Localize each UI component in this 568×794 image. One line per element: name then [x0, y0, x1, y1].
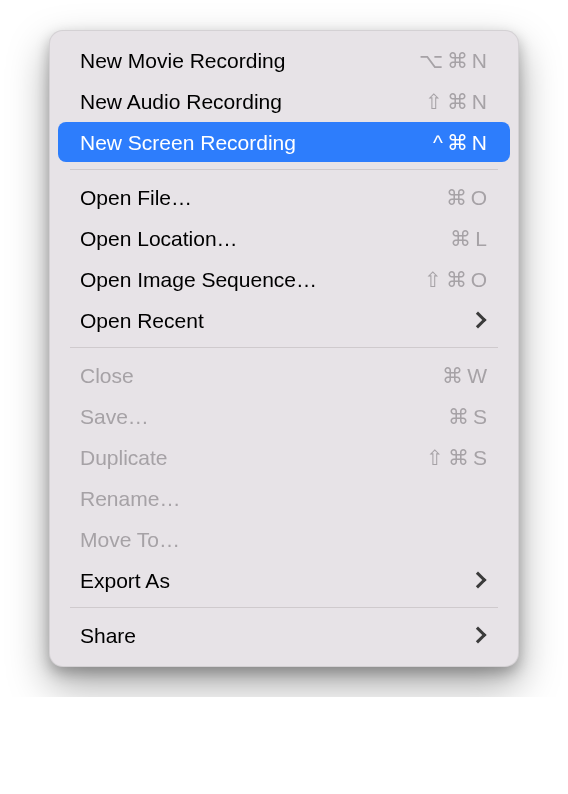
menu-item-new-movie[interactable]: New Movie Recording⌥⌘N	[58, 40, 510, 80]
shortcut-glyph: N	[472, 132, 488, 153]
menu-shortcut: ⌘O	[446, 187, 488, 208]
shortcut-glyph: O	[471, 187, 488, 208]
shortcut-glyph: ⇧	[424, 269, 443, 290]
shortcut-glyph: S	[473, 406, 488, 427]
menu-item-duplicate: Duplicate⇧⌘S	[58, 437, 510, 477]
shortcut-glyph: ⌘	[447, 91, 469, 112]
menu-item-open-imgseq[interactable]: Open Image Sequence…⇧⌘O	[58, 259, 510, 299]
menu-item-new-screen[interactable]: New Screen Recording^⌘N	[58, 122, 510, 162]
shortcut-glyph: ⌘	[442, 365, 464, 386]
menu-item-label: Save…	[80, 406, 149, 427]
shortcut-glyph: ⌘	[447, 132, 469, 153]
menu-item-label: Close	[80, 365, 134, 386]
shortcut-glyph: ⌘	[448, 406, 470, 427]
menu-item-export-as[interactable]: Export As	[58, 560, 510, 600]
menu-separator	[70, 347, 498, 348]
menu-item-close: Close⌘W	[58, 355, 510, 395]
chevron-right-icon	[470, 312, 487, 329]
menu-item-label: Rename…	[80, 488, 180, 509]
menu-shortcut: ⇧⌘N	[425, 91, 488, 112]
menu-item-save: Save…⌘S	[58, 396, 510, 436]
menu-item-rename: Rename…	[58, 478, 510, 518]
shortcut-glyph: ⌘	[446, 269, 468, 290]
shortcut-glyph: ⇧	[426, 447, 445, 468]
menu-shortcut: ⌥⌘N	[419, 50, 488, 71]
shortcut-glyph: ⌘	[448, 447, 470, 468]
chevron-right-icon	[470, 627, 487, 644]
chevron-right-icon	[470, 572, 487, 589]
menu-item-new-audio[interactable]: New Audio Recording⇧⌘N	[58, 81, 510, 121]
shortcut-glyph: ⌘	[446, 187, 468, 208]
menu-shortcut: ⌘W	[442, 365, 488, 386]
menu-item-label: Open Recent	[80, 310, 204, 331]
shortcut-glyph: ⌘	[447, 50, 469, 71]
file-menu[interactable]: New Movie Recording⌥⌘NNew Audio Recordin…	[49, 30, 519, 667]
shortcut-glyph: ⇧	[425, 91, 444, 112]
menu-item-label: Open File…	[80, 187, 192, 208]
shortcut-glyph: W	[467, 365, 488, 386]
shortcut-glyph: ⌥	[419, 50, 444, 71]
shortcut-glyph: O	[471, 269, 488, 290]
shortcut-glyph: N	[472, 50, 488, 71]
menu-item-open-loc[interactable]: Open Location…⌘L	[58, 218, 510, 258]
shortcut-glyph: ^	[433, 132, 444, 153]
menu-item-label: Open Location…	[80, 228, 238, 249]
menu-separator	[70, 607, 498, 608]
menu-shortcut: ⇧⌘S	[426, 447, 488, 468]
shortcut-glyph: ⌘	[450, 228, 472, 249]
menu-separator	[70, 169, 498, 170]
menu-item-open-file[interactable]: Open File…⌘O	[58, 177, 510, 217]
menu-item-label: Share	[80, 625, 136, 646]
menu-shortcut: ⌘S	[448, 406, 488, 427]
menu-item-label: New Audio Recording	[80, 91, 282, 112]
menu-item-label: Export As	[80, 570, 170, 591]
menu-shortcut: ⌘L	[450, 228, 488, 249]
menu-item-label: Open Image Sequence…	[80, 269, 317, 290]
menu-item-label: New Movie Recording	[80, 50, 285, 71]
shortcut-glyph: N	[472, 91, 488, 112]
menu-item-label: Duplicate	[80, 447, 168, 468]
menu-item-move-to: Move To…	[58, 519, 510, 559]
shortcut-glyph: L	[475, 228, 488, 249]
menu-item-label: New Screen Recording	[80, 132, 296, 153]
menu-item-open-recent[interactable]: Open Recent	[58, 300, 510, 340]
menu-shortcut: ⇧⌘O	[424, 269, 488, 290]
menu-item-share[interactable]: Share	[58, 615, 510, 655]
shortcut-glyph: S	[473, 447, 488, 468]
menu-item-label: Move To…	[80, 529, 180, 550]
menu-shortcut: ^⌘N	[433, 132, 488, 153]
